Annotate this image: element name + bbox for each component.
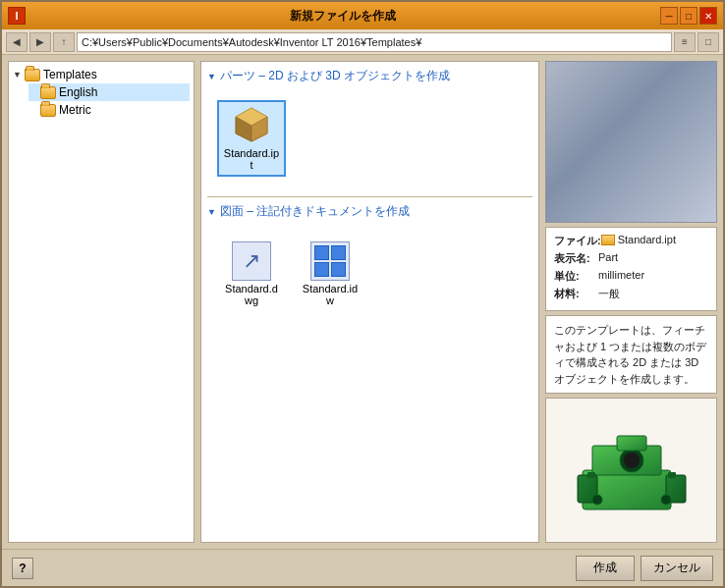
forward-button[interactable]: ▶ bbox=[29, 32, 51, 52]
tree-toggle-templates: ▼ bbox=[13, 70, 25, 80]
maximize-button[interactable]: □ bbox=[680, 7, 697, 25]
preview-panel: ファイル: Standard.ipt 表示名: Part 単位: millime… bbox=[545, 61, 717, 543]
unit-info-row: 単位: millimeter bbox=[554, 269, 708, 284]
unit-label-key: 単位: bbox=[554, 269, 598, 284]
nav-bar: ◀ ▶ ↑ C:¥Users¥Public¥Documents¥Autodesk… bbox=[2, 29, 723, 55]
footer-left: ? bbox=[12, 558, 33, 579]
minimize-button[interactable]: ─ bbox=[660, 7, 678, 25]
views-button[interactable]: ≡ bbox=[674, 32, 696, 52]
footer: ? 作成 カンセル bbox=[2, 549, 723, 586]
app-icon: I bbox=[8, 7, 26, 25]
main-window: I 新規ファイルを作成 ─ □ ✕ ◀ ▶ ↑ C:¥Users¥Public¥… bbox=[0, 0, 725, 588]
create-button[interactable]: 作成 bbox=[576, 556, 635, 581]
svg-rect-14 bbox=[668, 472, 676, 478]
material-label-key: 材料: bbox=[554, 287, 598, 301]
file-item-standard-idw[interactable]: Standard.idw bbox=[296, 236, 364, 312]
idw-label: Standard.idw bbox=[302, 283, 359, 306]
file-item-standard-ipt[interactable]: Standard.ipt bbox=[217, 100, 286, 177]
material-value: 一般 bbox=[598, 287, 708, 301]
display-label-key: 表示名: bbox=[554, 251, 598, 266]
title-bar: I 新規ファイルを作成 ─ □ ✕ bbox=[2, 2, 723, 29]
window-title: 新規ファイルを作成 bbox=[26, 8, 660, 25]
idw-icon bbox=[310, 241, 350, 281]
preview-info: ファイル: Standard.ipt 表示名: Part 単位: millime… bbox=[545, 227, 717, 311]
svg-rect-13 bbox=[587, 472, 595, 478]
file-info-row: ファイル: Standard.ipt bbox=[554, 234, 708, 248]
preview-3d-part bbox=[545, 398, 717, 543]
drawings-section-header: ▼ 図面 – 注記付きドキュメントを作成 bbox=[207, 203, 532, 220]
file-value: Standard.ipt bbox=[618, 234, 708, 245]
path-display: C:¥Users¥Public¥Documents¥Autodesk¥Inven… bbox=[77, 32, 672, 52]
drawings-items: ↗ Standard.dwg Standard.idw bbox=[207, 230, 532, 318]
drawings-toggle[interactable]: ▼ bbox=[207, 207, 216, 217]
tree-label-templates: Templates bbox=[43, 68, 97, 81]
parts-toggle[interactable]: ▼ bbox=[207, 72, 216, 81]
unit-value: millimeter bbox=[598, 269, 708, 281]
part-svg bbox=[568, 411, 696, 529]
parts-section-header: ▼ パーツ – 2D および 3D オブジェクトを作成 bbox=[207, 68, 532, 84]
dwg-icon: ↗ bbox=[232, 241, 271, 281]
dwg-label: Standard.dwg bbox=[223, 283, 280, 306]
nav-right-buttons: ≡ □ bbox=[674, 32, 719, 52]
file-type-icon bbox=[601, 235, 615, 245]
tree-panel: ▼ Templates English Metric bbox=[8, 61, 195, 543]
ipt-icon bbox=[232, 106, 271, 145]
content-panel: ▼ パーツ – 2D および 3D オブジェクトを作成 Standard bbox=[200, 61, 539, 543]
window-controls: ─ □ ✕ bbox=[660, 7, 717, 25]
svg-point-11 bbox=[661, 495, 671, 505]
tree-item-english[interactable]: English bbox=[28, 83, 190, 101]
back-button[interactable]: ◀ bbox=[6, 32, 28, 52]
parts-section-label: パーツ – 2D および 3D オブジェクトを作成 bbox=[220, 68, 450, 84]
folder-icon-english bbox=[40, 86, 56, 99]
folder-icon-templates bbox=[25, 69, 40, 81]
up-button[interactable]: ↑ bbox=[53, 32, 75, 52]
display-value: Part bbox=[598, 251, 708, 263]
expand-button[interactable]: □ bbox=[697, 32, 719, 52]
file-item-standard-dwg[interactable]: ↗ Standard.dwg bbox=[217, 236, 286, 312]
drawings-section-label: 図面 – 注記付きドキュメントを作成 bbox=[220, 203, 410, 220]
tree-label-metric: Metric bbox=[59, 103, 91, 117]
tree-item-metric[interactable]: Metric bbox=[28, 101, 190, 119]
help-button[interactable]: ? bbox=[12, 558, 33, 579]
tree-label-english: English bbox=[59, 85, 97, 99]
display-info-row: 表示名: Part bbox=[554, 251, 708, 266]
section-divider bbox=[207, 196, 532, 197]
footer-right: 作成 カンセル bbox=[576, 556, 713, 581]
preview-description: このテンプレートは、フィーチャおよび 1 つまたは複数のボディで構成される 2D… bbox=[545, 315, 717, 394]
main-area: ▼ Templates English Metric bbox=[2, 55, 723, 549]
parts-items: Standard.ipt bbox=[207, 94, 532, 183]
close-button[interactable]: ✕ bbox=[699, 7, 717, 25]
cancel-button[interactable]: カンセル bbox=[641, 556, 713, 581]
svg-point-9 bbox=[624, 453, 640, 468]
ipt-label: Standard.ipt bbox=[223, 147, 280, 171]
file-label-key: ファイル: bbox=[554, 234, 601, 248]
svg-rect-12 bbox=[617, 436, 646, 451]
preview-image bbox=[545, 61, 717, 223]
svg-point-10 bbox=[592, 495, 602, 505]
folder-icon-metric bbox=[40, 104, 56, 117]
tree-children: English Metric bbox=[28, 83, 190, 119]
material-info-row: 材料: 一般 bbox=[554, 287, 708, 301]
tree-root-templates[interactable]: ▼ Templates bbox=[13, 66, 190, 83]
